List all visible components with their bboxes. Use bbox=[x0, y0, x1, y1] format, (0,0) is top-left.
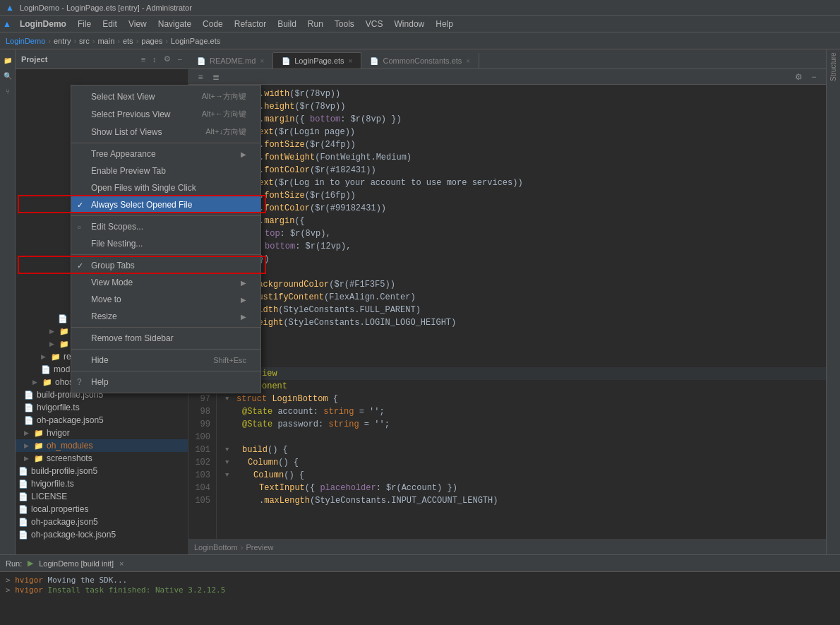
run-build-tab[interactable]: LoginDemo [build init] bbox=[39, 559, 114, 568]
code-editor[interactable]: 7374757677 7879808182 8384858687 8889909… bbox=[188, 85, 826, 539]
menu-view-mode[interactable]: View Mode ▶ bbox=[71, 274, 260, 291]
tree-item-build-profile-root[interactable]: 📄 build-profile.json5 bbox=[16, 465, 188, 477]
structure-sidebar[interactable]: Structure bbox=[826, 49, 840, 554]
breadcrumb-pages[interactable]: pages bbox=[141, 37, 162, 45]
code-line-95: @Preview bbox=[225, 367, 826, 380]
menu-remove-sidebar[interactable]: Remove from Sidebar bbox=[71, 330, 260, 347]
menu-select-prev-view[interactable]: Select Previous View Alt+←方向键 bbox=[71, 105, 260, 123]
sidebar-folder-icon[interactable]: 📁 bbox=[1, 54, 14, 66]
menu-loginDemo[interactable]: LoginDemo bbox=[14, 16, 72, 32]
menu-resize[interactable]: Resize ▶ bbox=[71, 308, 260, 325]
menu-build[interactable]: Build bbox=[272, 16, 302, 32]
run-close-icon[interactable]: × bbox=[119, 559, 124, 568]
menu-help[interactable]: ? Help bbox=[71, 374, 260, 391]
toolbar-close-editor[interactable]: − bbox=[808, 71, 820, 83]
sidebar-git-icon[interactable]: ⑂ bbox=[1, 85, 14, 97]
menu-tools[interactable]: Tools bbox=[329, 16, 360, 32]
tab-commonconstants-close[interactable]: × bbox=[466, 57, 470, 65]
breadcrumb-logindemo[interactable]: LoginDemo bbox=[6, 37, 45, 45]
tree-oh-package-icon: 📄 bbox=[24, 416, 34, 425]
project-menu-icon[interactable]: ≡ bbox=[141, 55, 145, 64]
code-content[interactable]: .width($r(78vp)) .height($r(78vp)) .marg… bbox=[217, 85, 826, 539]
tree-item-license[interactable]: 📄 LICENSE bbox=[16, 490, 188, 503]
editor-breadcrumb-preview[interactable]: Preview bbox=[246, 543, 273, 552]
tab-readme[interactable]: 📄 README.md × bbox=[188, 53, 273, 69]
menu-enable-preview-tab[interactable]: Enable Preview Tab bbox=[71, 162, 260, 179]
tree-item-local-props[interactable]: 📄 local.properties bbox=[16, 503, 188, 516]
code-line-94 bbox=[225, 355, 826, 367]
breadcrumb-loginpage[interactable]: LoginPage.ets bbox=[171, 37, 220, 45]
toolbar-settings[interactable]: ⚙ bbox=[792, 71, 805, 83]
tree-item-hvigor[interactable]: ▶ 📁 hvigor bbox=[16, 427, 188, 439]
project-settings-icon[interactable]: ⚙ bbox=[164, 54, 171, 64]
project-minimize-icon[interactable]: − bbox=[178, 55, 182, 64]
tab-commonconstants[interactable]: 📄 CommonConstants.ets × bbox=[361, 53, 479, 69]
menu-help-icon: ? bbox=[77, 377, 82, 387]
menu-section-hide: Hide Shift+Esc bbox=[71, 350, 260, 371]
tab-loginpage-close[interactable]: × bbox=[349, 57, 353, 65]
title-bar: ▲ LoginDemo - LoginPage.ets [entry] - Ad… bbox=[0, 0, 840, 16]
tree-build-profile-root-label: build-profile.json5 bbox=[31, 466, 97, 476]
code-line-86: ▲ }) bbox=[225, 253, 826, 266]
menu-help[interactable]: Help bbox=[430, 16, 459, 32]
menu-view[interactable]: View bbox=[123, 16, 152, 32]
tree-item-oh-package-lock[interactable]: 📄 oh-package-lock.json5 bbox=[16, 528, 188, 541]
menu-open-single-click[interactable]: Open Files with Single Click bbox=[71, 179, 260, 196]
editor-breadcrumb-loginbottom[interactable]: LoginBottom bbox=[194, 543, 238, 552]
breadcrumb-main[interactable]: main bbox=[97, 37, 114, 45]
project-sort-icon[interactable]: ↕ bbox=[152, 55, 157, 64]
toolbar-fold-all[interactable]: ≡ bbox=[194, 71, 207, 83]
breadcrumb-ets[interactable]: ets bbox=[123, 37, 133, 45]
menu-view-mode-label: View Mode bbox=[91, 278, 133, 287]
menu-group-tabs[interactable]: ✓ Group Tabs bbox=[71, 257, 260, 274]
menu-move-to[interactable]: Move to ▶ bbox=[71, 291, 260, 308]
menu-hide[interactable]: Hide Shift+Esc bbox=[71, 352, 260, 369]
menu-always-select-label: Always Select Opened File bbox=[91, 200, 192, 210]
breadcrumb-entry[interactable]: entry bbox=[54, 37, 71, 45]
menu-bar: ▲ LoginDemo File Edit View Navigate Code… bbox=[0, 16, 840, 32]
breadcrumb-src[interactable]: src bbox=[79, 37, 90, 45]
tab-loginpage-icon: 📄 bbox=[282, 57, 290, 65]
toolbar-unfold-all[interactable]: ≣ bbox=[210, 71, 222, 83]
menu-vcs[interactable]: VCS bbox=[360, 16, 389, 32]
tree-resources-icon: 📁 bbox=[51, 352, 61, 362]
tab-commonconstants-icon: 📄 bbox=[370, 57, 378, 65]
menu-run[interactable]: Run bbox=[302, 16, 329, 32]
menu-window[interactable]: Window bbox=[389, 16, 431, 32]
code-line-87: ▲ } bbox=[225, 266, 826, 278]
tree-oh-modules-label: oh_modules bbox=[47, 441, 92, 451]
menu-always-select-opened[interactable]: ✓ Always Select Opened File bbox=[71, 196, 260, 213]
tab-readme-close[interactable]: × bbox=[260, 57, 264, 65]
menu-edit[interactable]: Edit bbox=[97, 16, 123, 32]
menu-file-nesting[interactable]: File Nesting... bbox=[71, 235, 260, 252]
menu-logo-icon: ▲ bbox=[3, 19, 11, 29]
editor-area: 📄 README.md × 📄 LoginPage.ets × 📄 Common… bbox=[188, 49, 826, 554]
main-layout: 📁 🔍 ⑂ Project ≡ ↕ ⚙ − Select Next View A… bbox=[0, 49, 840, 554]
sidebar-search-icon[interactable]: 🔍 bbox=[1, 69, 14, 82]
menu-navigate[interactable]: Navigate bbox=[152, 16, 197, 32]
menu-resize-arrow: ▶ bbox=[241, 313, 246, 321]
menu-edit-scopes-label: Edit Scopes... bbox=[91, 222, 143, 232]
code-line-82: .fontColor($r(#99182431)) bbox=[225, 202, 826, 215]
menu-select-next-view[interactable]: Select Next View Alt+→方向键 bbox=[71, 88, 260, 105]
menu-refactor[interactable]: Refactor bbox=[229, 16, 272, 32]
tree-item-screenshots[interactable]: ▶ 📁 screenshots bbox=[16, 452, 188, 465]
tree-item-hvigorfile[interactable]: 📄 hvigorfile.ts bbox=[16, 401, 188, 414]
bottom-panel: Run: ▶ LoginDemo [build init] × > hvigor… bbox=[0, 554, 840, 611]
tree-item-oh-package-root[interactable]: 📄 oh-package.json5 bbox=[16, 516, 188, 528]
menu-tree-appearance[interactable]: Tree Appearance ▶ bbox=[71, 145, 260, 162]
tree-hvigorfile-icon: 📄 bbox=[24, 403, 34, 412]
menu-edit-scopes[interactable]: ○ Edit Scopes... bbox=[71, 218, 260, 235]
run-play-icon[interactable]: ▶ bbox=[28, 559, 33, 568]
tree-item-hvigorfile-root[interactable]: 📄 hvigorfile.ts bbox=[16, 477, 188, 490]
tab-loginpage[interactable]: 📄 LoginPage.ets × bbox=[273, 52, 361, 69]
code-line-96: @Component bbox=[225, 380, 826, 393]
menu-show-list-views[interactable]: Show List of Views Alt+↓方向键 bbox=[71, 123, 260, 141]
breadcrumb-sep4: › bbox=[117, 37, 120, 45]
code-line-105: .maxLength(StyleConstants.INPUT_ACCOUNT_… bbox=[225, 494, 826, 507]
menu-code[interactable]: Code bbox=[197, 16, 229, 32]
tree-item-oh-package[interactable]: 📄 oh-package.json5 bbox=[16, 414, 188, 427]
tree-item-oh-modules[interactable]: ▶ 📁 oh_modules bbox=[16, 439, 188, 452]
menu-section-group: ✓ Group Tabs View Mode ▶ Move to ▶ R bbox=[71, 255, 260, 328]
menu-file[interactable]: File bbox=[72, 16, 97, 32]
